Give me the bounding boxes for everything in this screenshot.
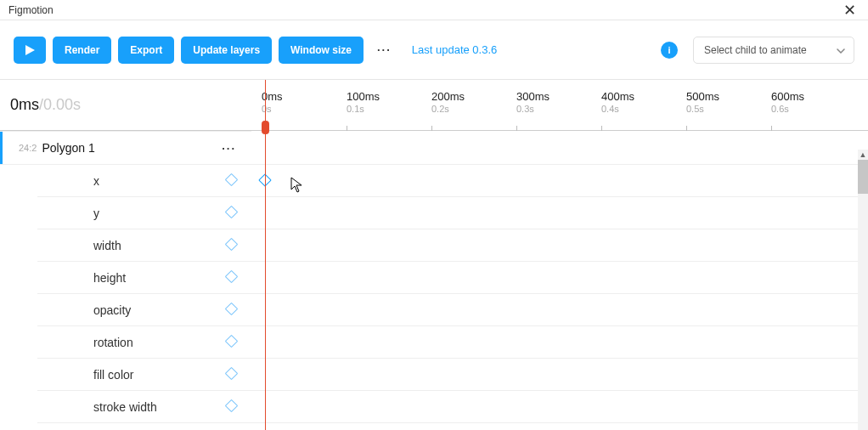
timeline-tracks[interactable]: 0ms0s100ms0.1s200ms0.2s300ms0.3s400ms0.4… bbox=[251, 80, 868, 430]
property-label: width bbox=[93, 239, 121, 252]
layer-name: Polygon 1 bbox=[42, 141, 94, 155]
playhead[interactable] bbox=[265, 80, 266, 430]
add-keyframe-button[interactable] bbox=[227, 271, 236, 284]
ruler-tick: 400ms0.4s bbox=[601, 90, 634, 114]
tick-ms: 300ms bbox=[516, 90, 550, 103]
add-keyframe-button[interactable] bbox=[227, 303, 236, 316]
property-row[interactable]: rotation bbox=[37, 326, 251, 359]
layer-id: 24:2 bbox=[19, 143, 37, 153]
close-icon[interactable]: ✕ bbox=[840, 3, 860, 18]
track-header-row bbox=[251, 131, 868, 165]
property-label: fill color bbox=[93, 368, 133, 382]
app-title: Figmotion bbox=[8, 4, 54, 16]
layer-panel: 0ms / 0.00s 24:2 Polygon 1 ··· xywidthhe… bbox=[0, 80, 251, 430]
tick-ms: 600ms bbox=[771, 90, 804, 103]
add-keyframe-button[interactable] bbox=[227, 400, 236, 413]
layer-more-icon[interactable]: ··· bbox=[217, 142, 241, 155]
property-row[interactable]: width bbox=[37, 229, 251, 262]
track-row[interactable] bbox=[251, 326, 868, 359]
track-row[interactable] bbox=[251, 229, 868, 262]
track-row[interactable] bbox=[251, 197, 868, 229]
property-row[interactable]: fill color bbox=[37, 359, 251, 391]
track-row[interactable] bbox=[251, 262, 868, 294]
ruler-tick: 300ms0.3s bbox=[516, 90, 550, 114]
property-row[interactable]: opacity bbox=[37, 294, 251, 326]
ruler-tick: 600ms0.6s bbox=[771, 90, 804, 114]
tick-ms: 100ms bbox=[347, 90, 380, 103]
track-row[interactable] bbox=[251, 294, 868, 326]
tick-ms: 200ms bbox=[431, 90, 465, 103]
current-time: 0ms bbox=[10, 96, 39, 114]
tick-sec: 0.5s bbox=[686, 104, 719, 114]
child-select-label: Select child to animate bbox=[704, 44, 807, 56]
child-select[interactable]: Select child to animate bbox=[693, 37, 854, 64]
property-row[interactable]: stroke width bbox=[37, 391, 251, 423]
add-keyframe-button[interactable] bbox=[227, 174, 236, 187]
ruler-tick: 500ms0.5s bbox=[686, 90, 719, 114]
last-update-link[interactable]: Last update 0.3.6 bbox=[412, 43, 497, 56]
property-row[interactable]: x bbox=[37, 165, 251, 197]
property-label: x bbox=[93, 174, 99, 188]
track-row[interactable] bbox=[251, 165, 868, 197]
window-size-button[interactable]: Window size bbox=[279, 37, 364, 64]
toolbar: Render Export Update layers Window size … bbox=[0, 20, 868, 80]
property-label: height bbox=[93, 271, 126, 285]
export-button[interactable]: Export bbox=[118, 37, 174, 64]
tick-sec: 0.2s bbox=[431, 104, 465, 114]
timeline: 0ms / 0.00s 24:2 Polygon 1 ··· xywidthhe… bbox=[0, 80, 868, 430]
titlebar: Figmotion ✕ bbox=[0, 0, 868, 20]
add-keyframe-button[interactable] bbox=[227, 207, 236, 219]
playhead-grip[interactable] bbox=[262, 121, 269, 134]
add-keyframe-button[interactable] bbox=[227, 368, 236, 381]
add-keyframe-button[interactable] bbox=[227, 239, 236, 252]
total-time: 0.00s bbox=[43, 96, 81, 114]
scroll-up-icon[interactable]: ▲ bbox=[858, 150, 868, 160]
layer-header[interactable]: 24:2 Polygon 1 ··· bbox=[0, 131, 251, 165]
property-row[interactable]: y bbox=[37, 197, 251, 229]
track-row[interactable] bbox=[251, 391, 868, 423]
play-icon bbox=[25, 45, 35, 55]
ruler-tick: 100ms0.1s bbox=[347, 90, 380, 114]
tick-ms: 400ms bbox=[601, 90, 634, 103]
add-keyframe-button[interactable] bbox=[227, 336, 236, 348]
property-label: opacity bbox=[93, 303, 131, 317]
tick-ms: 500ms bbox=[686, 90, 719, 103]
tick-sec: 0.1s bbox=[347, 104, 380, 114]
info-icon[interactable]: i bbox=[661, 42, 678, 59]
track-row[interactable] bbox=[251, 359, 868, 391]
property-label: rotation bbox=[93, 336, 133, 349]
update-layers-button[interactable]: Update layers bbox=[181, 37, 272, 64]
tick-sec: 0.6s bbox=[771, 104, 804, 114]
property-label: y bbox=[93, 207, 99, 220]
tick-sec: 0.3s bbox=[516, 104, 550, 114]
chevron-down-icon bbox=[837, 44, 845, 56]
more-menu-icon[interactable]: ··· bbox=[370, 43, 398, 56]
play-button[interactable] bbox=[14, 37, 46, 64]
tick-sec: 0.4s bbox=[601, 104, 634, 114]
vertical-scrollbar[interactable]: ▲ bbox=[858, 160, 868, 430]
property-label: stroke width bbox=[93, 400, 157, 414]
scroll-thumb[interactable] bbox=[858, 160, 868, 194]
ruler-tick: 200ms0.2s bbox=[431, 90, 465, 114]
property-row[interactable]: height bbox=[37, 262, 251, 294]
render-button[interactable]: Render bbox=[53, 37, 111, 64]
layer-accent bbox=[0, 132, 3, 164]
